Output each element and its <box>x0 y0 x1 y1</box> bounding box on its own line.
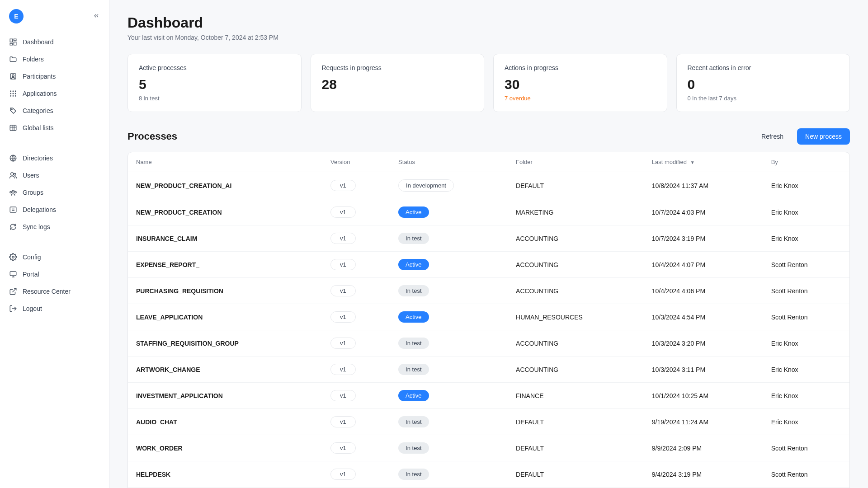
sidebar-item-applications[interactable]: Applications <box>0 85 109 102</box>
version-pill: v1 <box>330 233 356 244</box>
nav-section-2: DirectoriesUsersGroupsDelegationsSync lo… <box>0 148 109 237</box>
col-folder[interactable]: Folder <box>508 152 644 172</box>
status-badge: In test <box>398 364 429 375</box>
card-label: Recent actions in error <box>688 64 839 71</box>
sidebar-item-label: Dashboard <box>23 38 54 46</box>
cell-by: Eric Knox <box>763 199 849 225</box>
sidebar-item-users[interactable]: Users <box>0 167 109 184</box>
cell-folder: ACCOUNTING <box>508 357 644 383</box>
status-badge: In test <box>398 416 429 427</box>
sidebar-item-portal[interactable]: Portal <box>0 266 109 283</box>
svg-point-14 <box>15 95 16 97</box>
cell-modified: 10/3/2024 4:54 PM <box>644 304 763 330</box>
nav-divider <box>0 143 109 143</box>
cell-version: v1 <box>322 278 390 304</box>
refresh-button[interactable]: Refresh <box>753 128 792 145</box>
cell-by: Eric Knox <box>763 383 849 409</box>
nav-divider <box>0 242 109 242</box>
settings-icon <box>9 253 17 261</box>
svg-point-9 <box>10 93 11 94</box>
cell-folder: HUMAN_RESOURCES <box>508 304 644 330</box>
sidebar-item-global-lists[interactable]: Global lists <box>0 119 109 136</box>
table-row[interactable]: LEAVE_APPLICATIONv1ActiveHUMAN_RESOURCES… <box>128 304 849 330</box>
col-by[interactable]: By <box>763 152 849 172</box>
card-value: 5 <box>139 77 290 92</box>
cell-status: Active <box>390 199 508 225</box>
summary-card[interactable]: Actions in progress307 overdue <box>493 54 667 112</box>
table-row[interactable]: STAFFING_REQUISITION_GROUPv1In testACCOU… <box>128 330 849 357</box>
new-process-button[interactable]: New process <box>797 128 850 145</box>
chevrons-left-icon <box>93 12 100 21</box>
card-value: 30 <box>505 77 656 92</box>
cell-version: v1 <box>322 330 390 357</box>
sidebar-item-sync-logs[interactable]: Sync logs <box>0 218 109 235</box>
cell-name: PURCHASING_REQUISITION <box>128 278 322 304</box>
sidebar-item-config[interactable]: Config <box>0 249 109 266</box>
table-row[interactable]: NEW_PRODUCT_CREATION_AIv1In developmentD… <box>128 172 849 199</box>
cell-modified: 9/19/2024 11:24 AM <box>644 409 763 435</box>
table-row[interactable]: HELPDESKv1In testDEFAULT9/4/2024 3:19 PM… <box>128 461 849 488</box>
processes-table: Name Version Status Folder Last modified… <box>127 152 850 488</box>
sidebar-item-label: Delegations <box>23 206 56 213</box>
sidebar-item-folders[interactable]: Folders <box>0 51 109 68</box>
status-badge: Active <box>398 206 429 218</box>
col-version[interactable]: Version <box>322 152 390 172</box>
col-status[interactable]: Status <box>390 152 508 172</box>
table-row[interactable]: NEW_PRODUCT_CREATIONv1ActiveMARKETING10/… <box>128 199 849 225</box>
table-row[interactable]: ARTWORK_CHANGEv1In testACCOUNTING10/3/20… <box>128 357 849 383</box>
col-last-modified[interactable]: Last modified ▼ <box>644 152 763 172</box>
avatar[interactable]: E <box>9 9 24 23</box>
sidebar-item-label: Resource Center <box>23 288 71 295</box>
cell-version: v1 <box>322 357 390 383</box>
cell-version: v1 <box>322 461 390 488</box>
version-pill: v1 <box>330 180 356 191</box>
svg-point-23 <box>14 174 16 176</box>
sidebar-item-groups[interactable]: Groups <box>0 184 109 201</box>
svg-point-13 <box>13 95 14 97</box>
sidebar-item-participants[interactable]: Participants <box>0 68 109 85</box>
cell-by: Eric Knox <box>763 357 849 383</box>
cell-folder: DEFAULT <box>508 409 644 435</box>
svg-rect-0 <box>10 39 12 42</box>
delegations-icon <box>9 206 17 214</box>
external-icon <box>9 287 17 296</box>
sidebar-item-categories[interactable]: Categories <box>0 102 109 119</box>
svg-rect-2 <box>14 42 16 45</box>
tag-icon <box>9 107 17 115</box>
participants-icon <box>9 72 17 80</box>
cell-version: v1 <box>322 409 390 435</box>
cell-status: In test <box>390 461 508 488</box>
table-row[interactable]: AUDIO_CHATv1In testDEFAULT9/19/2024 11:2… <box>128 409 849 435</box>
status-badge: Active <box>398 259 429 270</box>
sidebar-item-logout[interactable]: Logout <box>0 300 109 317</box>
cell-by: Eric Knox <box>763 409 849 435</box>
col-name[interactable]: Name <box>128 152 322 172</box>
sidebar-item-directories[interactable]: Directories <box>0 150 109 167</box>
table-row[interactable]: INVESTMENT_APPLICATIONv1ActiveFINANCE10/… <box>128 383 849 409</box>
last-visit-text: Your last visit on Monday, October 7, 20… <box>127 34 850 41</box>
summary-cards: Active processes58 in testRequests in pr… <box>127 54 850 112</box>
dashboard-icon <box>9 38 17 46</box>
cell-folder: MARKETING <box>508 199 644 225</box>
cell-modified: 10/7/2024 3:19 PM <box>644 225 763 252</box>
sidebar-item-label: Global lists <box>23 124 53 131</box>
cell-status: In test <box>390 225 508 252</box>
cell-status: In test <box>390 330 508 357</box>
collapse-sidebar-button[interactable] <box>93 12 100 21</box>
svg-point-22 <box>11 173 14 175</box>
table-row[interactable]: WORK_ORDERv1In testDEFAULT9/9/2024 2:09 … <box>128 435 849 461</box>
summary-card[interactable]: Requests in progress28 <box>311 54 485 112</box>
status-badge: Active <box>398 390 429 401</box>
svg-point-12 <box>10 95 11 97</box>
summary-card[interactable]: Active processes58 in test <box>127 54 302 112</box>
table-row[interactable]: INSURANCE_CLAIMv1In testACCOUNTING10/7/2… <box>128 225 849 252</box>
summary-card[interactable]: Recent actions in error00 in the last 7 … <box>676 54 850 112</box>
sidebar-item-delegations[interactable]: Delegations <box>0 201 109 218</box>
sidebar-item-dashboard[interactable]: Dashboard <box>0 33 109 51</box>
grid-icon <box>9 89 17 98</box>
cell-name: ARTWORK_CHANGE <box>128 357 322 383</box>
table-row[interactable]: EXPENSE_REPORT_v1ActiveACCOUNTING10/4/20… <box>128 252 849 278</box>
cell-folder: ACCOUNTING <box>508 225 644 252</box>
sidebar-item-resource-center[interactable]: Resource Center <box>0 283 109 300</box>
table-row[interactable]: PURCHASING_REQUISITIONv1In testACCOUNTIN… <box>128 278 849 304</box>
